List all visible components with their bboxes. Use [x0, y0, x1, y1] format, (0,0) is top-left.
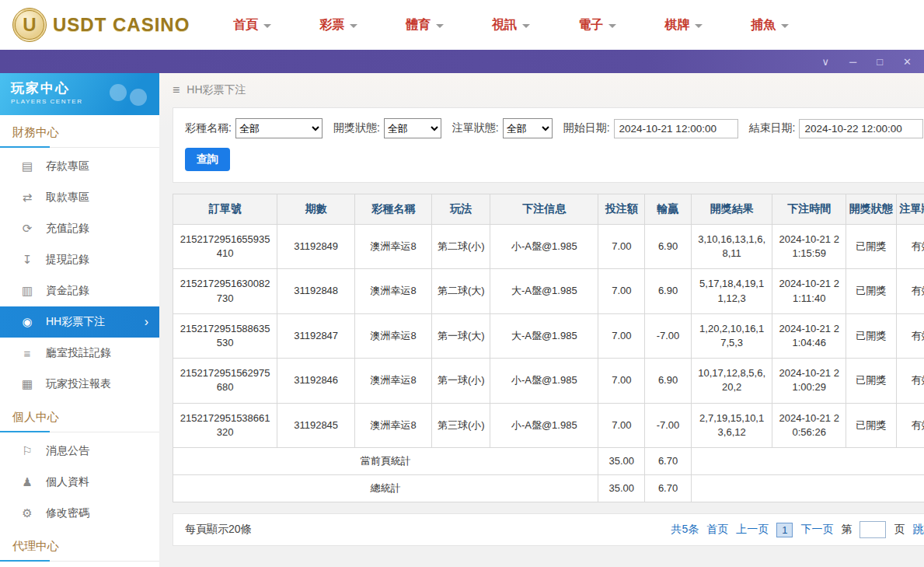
profile-icon: ♟ — [20, 475, 34, 489]
page-jump-input[interactable] — [859, 521, 886, 538]
column-header-lottery-name: 彩種名稱 — [354, 194, 432, 225]
sidebar-item-withdrawal-record[interactable]: ↧提現記錄 — [0, 244, 159, 275]
end-date-input[interactable] — [799, 119, 923, 138]
jump-button[interactable]: 跳转 — [912, 523, 924, 537]
cell-lottery-name: 澳洲幸运8 — [354, 269, 432, 313]
order-status-select[interactable]: 全部 — [503, 118, 553, 138]
chevron-down-icon[interactable]: ∨ — [822, 57, 830, 67]
summary-label: 總統計 — [173, 475, 598, 502]
cell-bet-info: 小-A盤@1.985 — [490, 403, 598, 447]
cell-period: 31192848 — [277, 269, 355, 313]
cell-order-no: 2152172951630082730 — [173, 269, 277, 313]
main-content: ≡ HH彩票下注 彩種名稱: 全部 開獎狀態: 全部 注 — [159, 73, 924, 567]
nav-item-0[interactable]: 首頁 — [233, 17, 271, 33]
filter-row: 彩種名稱: 全部 開獎狀態: 全部 注單狀態: 全部 — [185, 118, 924, 138]
cell-win-loss: 6.90 — [645, 359, 692, 403]
cell-lottery-name: 澳洲幸运8 — [354, 359, 432, 403]
close-icon[interactable]: ✕ — [903, 57, 912, 67]
sidebar-item-withdraw[interactable]: ⇄取款專區 — [0, 182, 159, 213]
summary-empty-cell — [691, 447, 924, 474]
sidebar-section-title: 財務中心 — [0, 115, 159, 148]
logo-icon: U — [12, 8, 47, 42]
cell-draw-result: 1,20,2,10,16,17,5,3 — [691, 313, 772, 358]
column-header-draw-status: 開獎狀態 — [846, 194, 896, 225]
first-page-link[interactable]: 首页 — [706, 523, 728, 537]
table-row: 215217295153866132031192845澳洲幸运8第三球(小)小-… — [173, 403, 924, 447]
search-button[interactable]: 查詢 — [185, 148, 230, 171]
sidebar-item-label: 充值記錄 — [46, 222, 89, 236]
cell-bet-time: 2024-10-21 21:00:29 — [772, 359, 846, 403]
sidebar-item-label: 個人資料 — [46, 475, 89, 489]
cell-order-no: 2152172951588635530 — [173, 313, 277, 358]
sidebar: 玩家中心 PLAYERS CENTER 財務中心▤存款專區⇄取款專區⟳充值記錄↧… — [0, 73, 159, 567]
table-header-row: 訂單號期數彩種名稱玩法下注信息投注額輸贏開獎結果下注時間開獎狀態注單狀態 — [173, 194, 924, 225]
withdrawal-record-icon: ↧ — [20, 253, 34, 267]
cell-bet-info: 小-A盤@1.985 — [490, 359, 598, 403]
sidebar-item-label: 取款專區 — [46, 191, 89, 205]
summary-empty-cell — [691, 475, 924, 502]
cell-order-status: 有效 — [896, 313, 924, 358]
room-bet-record-icon: ≡ — [20, 347, 34, 360]
draw-status-filter-label: 開獎狀態: — [333, 121, 380, 135]
sidebar-item-player-bet-report[interactable]: ▦玩家投注報表 — [0, 369, 159, 400]
cell-draw-status: 已開獎 — [846, 269, 896, 313]
cell-draw-result: 3,10,16,13,1,6,8,11 — [691, 225, 772, 269]
jump-prefix-label: 第 — [841, 523, 852, 537]
maximize-icon[interactable]: □ — [877, 57, 883, 67]
next-page-link[interactable]: 下一页 — [800, 523, 833, 537]
top-header: U USDT CASINO 首頁彩票體育視訊電子棋牌捕魚 — [0, 0, 924, 50]
sidebar-item-change-password[interactable]: ⚙修改密碼 — [0, 498, 159, 529]
password-icon: ⚙ — [20, 506, 34, 520]
menu-toggle-icon[interactable]: ≡ — [173, 83, 180, 97]
nav-item-label: 視訊 — [492, 17, 517, 33]
sidebar-item-profile[interactable]: ♟個人資料 — [0, 467, 159, 498]
nav-item-2[interactable]: 體育 — [406, 17, 444, 33]
cell-win-loss: -7.00 — [645, 313, 692, 358]
sidebar-item-announcements[interactable]: ⚐消息公告 — [0, 436, 159, 467]
sidebar-item-funds-record[interactable]: ▥資金記錄 — [0, 275, 159, 306]
cell-bet-time: 2024-10-21 20:56:26 — [772, 403, 846, 447]
summary-label: 當前頁統計 — [173, 447, 598, 474]
table-row: 215217295165593541031192849澳洲幸运8第二球(小)小-… — [173, 225, 924, 269]
sidebar-item-deposit[interactable]: ▤存款專區 — [0, 151, 159, 182]
start-date-input[interactable] — [614, 119, 738, 138]
sidebar-item-label: 存款專區 — [46, 159, 89, 173]
cell-bet-amount: 7.00 — [598, 225, 645, 269]
main-nav: 首頁彩票體育視訊電子棋牌捕魚 — [233, 17, 789, 33]
funds-record-icon: ▥ — [20, 284, 34, 298]
nav-item-6[interactable]: 捕魚 — [751, 17, 789, 33]
nav-item-1[interactable]: 彩票 — [319, 17, 357, 33]
minimize-icon[interactable]: ─ — [849, 57, 856, 67]
cell-play: 第一球(大) — [432, 313, 490, 358]
draw-status-select[interactable]: 全部 — [384, 118, 441, 138]
cell-play: 第一球(小) — [432, 359, 490, 403]
sidebar-item-room-bet-records[interactable]: ≡廳室投註記錄 — [0, 338, 159, 369]
app-shell: 玩家中心 PLAYERS CENTER 財務中心▤存款專區⇄取款專區⟳充值記錄↧… — [0, 73, 924, 567]
table-row: 215217295158863553031192847澳洲幸运8第一球(大)大-… — [173, 313, 924, 358]
prev-page-link[interactable]: 上一页 — [736, 523, 769, 537]
chevron-down-icon — [436, 24, 444, 28]
chevron-down-icon — [263, 24, 271, 28]
chevron-down-icon — [781, 24, 789, 28]
nav-item-5[interactable]: 棋牌 — [664, 17, 703, 33]
cell-bet-info: 大-A盤@1.985 — [490, 269, 598, 313]
cell-period: 31192849 — [277, 225, 355, 269]
lottery-select[interactable]: 全部 — [235, 118, 323, 138]
sidebar-item-recharge-record[interactable]: ⟳充值記錄 — [0, 213, 159, 244]
withdraw-icon: ⇄ — [20, 191, 34, 205]
filter-panel: 彩種名稱: 全部 開獎狀態: 全部 注單狀態: 全部 — [173, 107, 924, 183]
cell-lottery-name: 澳洲幸运8 — [354, 225, 432, 269]
logo[interactable]: U USDT CASINO — [12, 8, 190, 42]
sidebar-item-hh-lottery-bets[interactable]: ◉HH彩票下注› — [0, 306, 159, 338]
deposit-icon: ▤ — [20, 159, 34, 173]
sidebar-item-label: 修改密碼 — [46, 506, 89, 520]
nav-item-4[interactable]: 電子 — [578, 17, 616, 33]
column-header-bet-time: 下注時間 — [772, 194, 846, 225]
table-footer: 每頁顯示20條 共5条 首页 上一页 1 下一页 第 页 跳转 — [173, 513, 924, 546]
cell-play: 第二球(小) — [432, 225, 490, 269]
breadcrumb: ≡ HH彩票下注 — [173, 73, 924, 107]
announcement-icon: ⚐ — [20, 444, 34, 458]
nav-item-3[interactable]: 視訊 — [492, 17, 530, 33]
summary-bet-total: 35.00 — [598, 447, 645, 474]
cell-draw-status: 已開獎 — [846, 359, 896, 403]
